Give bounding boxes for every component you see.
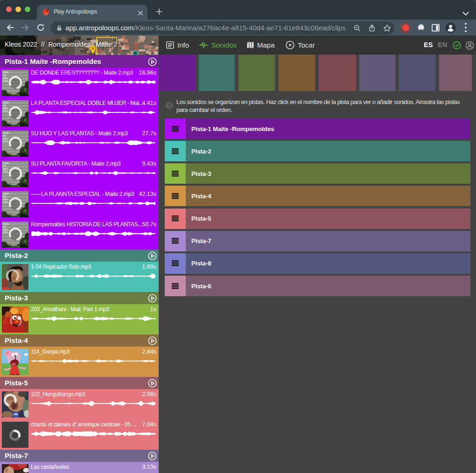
svg-text:?: ?: [168, 102, 171, 108]
svg-text:DES: DES: [3, 140, 8, 143]
svg-text:DES: DES: [3, 79, 8, 82]
svg-text:DES: DES: [3, 201, 8, 203]
svg-text:DES: DES: [3, 110, 8, 112]
svg-text:DES: DES: [3, 170, 8, 173]
svg-text:DES: DES: [3, 231, 8, 234]
